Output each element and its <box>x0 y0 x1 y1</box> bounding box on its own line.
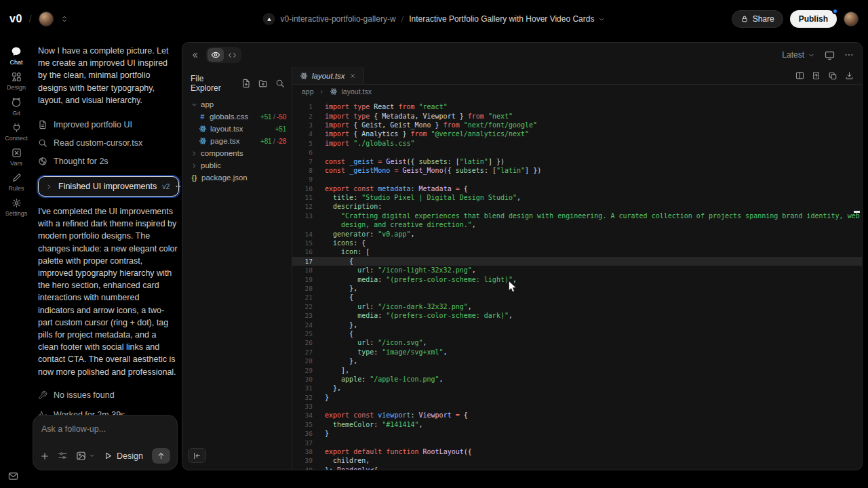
react-file-icon <box>300 72 308 80</box>
code-line: 20 }, <box>292 284 862 293</box>
close-tab-button[interactable] <box>349 73 356 79</box>
search-files-button[interactable] <box>275 79 285 88</box>
code-line: 35 themeColor: "#141414", <box>292 420 862 429</box>
v0-logo: v0 <box>9 13 22 25</box>
tree-item-globals-css[interactable]: #globals.css+51 / -50 <box>182 110 292 123</box>
tree-item-package-json[interactable]: {}package.json <box>182 171 292 184</box>
code-line: 2import type { Metadata, Viewport } from… <box>292 111 862 120</box>
sidebar-item-settings[interactable]: Settings <box>0 198 33 217</box>
team-switcher-icon[interactable] <box>60 15 68 23</box>
code-line: 33 <box>292 402 862 411</box>
tree-item-app[interactable]: app <box>182 98 292 110</box>
status-issues[interactable]: No issues found <box>38 388 178 402</box>
panel-more-button[interactable] <box>844 50 854 60</box>
download-button[interactable] <box>845 71 854 80</box>
task-card-label: Finished UI improvements <box>58 182 157 191</box>
open-preview-window-button[interactable] <box>825 50 835 60</box>
publish-button[interactable]: Publish <box>790 10 837 28</box>
collapse-panel-button[interactable] <box>191 51 199 60</box>
code-toggle[interactable] <box>224 48 240 62</box>
followup-input[interactable] <box>41 424 169 434</box>
sidebar-item-connect[interactable]: Connect <box>0 123 33 142</box>
feedback-mail-icon[interactable] <box>8 471 18 481</box>
brain-icon <box>38 157 47 166</box>
code-line: 34export const viewport: Viewport = { <box>292 411 862 420</box>
lock-icon <box>741 15 749 23</box>
new-file-button[interactable] <box>241 79 251 88</box>
sidebar-item-chat[interactable]: Chat <box>0 46 33 66</box>
code-area[interactable]: 1import type React from "react"2import t… <box>292 98 862 470</box>
image-mode-button[interactable] <box>76 451 96 461</box>
workspace-panel: Latest File Explorer app#globals.css+51 … <box>182 42 863 470</box>
top-bar: v0 / v0-interactive-portfolio-gallery-w … <box>0 0 868 38</box>
breadcrumb-chat[interactable]: Interactive Portfolio Gallery with Hover… <box>409 14 605 24</box>
design-mode-button[interactable]: Design <box>104 451 143 461</box>
breadcrumb-project[interactable]: v0-interactive-portfolio-gallery-w <box>281 14 396 24</box>
code-line: 21 { <box>292 293 862 302</box>
open-file-button[interactable] <box>812 71 821 80</box>
tab-layout-tsx[interactable]: layout.tsx <box>292 67 364 84</box>
code-line: 7const _geist = Geist({ subsets: ["latin… <box>292 157 862 165</box>
tree-item-components[interactable]: components <box>182 147 292 159</box>
code-line: 29 ], <box>292 365 862 374</box>
editor-breadcrumb[interactable]: app layout.tsx <box>292 85 862 98</box>
tree-item-public[interactable]: public <box>182 159 292 171</box>
share-button[interactable]: Share <box>732 10 783 28</box>
image-icon <box>76 451 86 461</box>
assistant-message: Now I have a complete picture. Let me cr… <box>38 45 178 106</box>
new-folder-button[interactable] <box>258 79 268 88</box>
code-line: 11 title: "Studio Pixel | Digital Design… <box>292 193 862 202</box>
team-avatar[interactable] <box>39 12 54 26</box>
json-file-icon: {} <box>191 174 198 182</box>
version-selector[interactable]: Latest <box>782 50 815 60</box>
sidebar-item-design[interactable]: Design <box>0 72 33 91</box>
notification-dot <box>832 8 838 14</box>
chat-icon <box>11 46 22 57</box>
chevron-right-icon <box>191 162 198 169</box>
version-badge: v2 <box>162 182 170 190</box>
chevron-down-icon <box>808 52 815 59</box>
sidebar-item-vars[interactable]: Vars <box>0 148 33 167</box>
code-line: 22 url: "/icon-dark-32x32.png", <box>292 302 862 311</box>
code-line: 30 apple: "/apple-icon.png", <box>292 375 862 384</box>
copy-code-button[interactable] <box>828 71 837 81</box>
task-card-finished-ui-improvements[interactable]: Finished UI improvements v2 <box>38 176 179 197</box>
agent-step[interactable]: Read custom-cursor.tsx <box>38 134 178 152</box>
chat-panel: Now I have a complete picture. Let me cr… <box>33 38 182 488</box>
code-line: 23 media: "(prefers-color-scheme: dark)"… <box>292 311 862 320</box>
followup-composer[interactable]: Design <box>33 415 178 470</box>
user-avatar[interactable] <box>844 12 859 26</box>
add-attachment-button[interactable] <box>40 451 50 461</box>
design-icon <box>12 72 22 82</box>
code-line: 5import "./globals.css" <box>292 139 862 148</box>
search-icon <box>38 138 47 148</box>
code-line: design, and creative direction.", <box>292 220 862 229</box>
tree-item-layout-tsx[interactable]: layout.tsx+51 <box>182 123 292 135</box>
code-line: 12 description: <box>292 202 862 211</box>
agent-step[interactable]: Thought for 2s <box>38 152 178 170</box>
code-line: 3import { Geist, Geist_Mono } from "next… <box>292 121 862 129</box>
send-button[interactable] <box>152 448 170 464</box>
tree-item-page-tsx[interactable]: page.tsx+81 / -28 <box>182 135 292 147</box>
preview-toggle-eye[interactable] <box>208 48 224 62</box>
settings-sliders-button[interactable] <box>58 451 68 461</box>
sidebar-item-git[interactable]: Git <box>0 97 33 117</box>
code-line: 1import type React from "react" <box>292 102 862 111</box>
chevron-down-icon <box>191 101 198 108</box>
agent-step[interactable]: Improved portfolio UI <box>38 115 178 134</box>
code-line: 15 icons: { <box>292 239 862 247</box>
sidebar-item-rules[interactable]: Rules <box>0 173 33 192</box>
split-editor-button[interactable] <box>795 71 804 80</box>
css-file-icon: # <box>199 113 206 121</box>
react-file-icon <box>330 87 338 96</box>
vercel-project-icon[interactable] <box>263 13 275 25</box>
settings-icon <box>12 198 22 208</box>
code-line: 9 <box>292 175 862 184</box>
file-explorer-title: File Explorer <box>191 74 234 93</box>
collapse-explorer-button[interactable] <box>188 448 206 463</box>
code-line: 13 "Crafting digital experiences that bl… <box>292 211 862 220</box>
file-explorer: File Explorer app#globals.css+51 / -50la… <box>182 67 292 470</box>
code-line: 26 url: "/icon.svg", <box>292 338 862 347</box>
code-line: 31 }, <box>292 384 862 392</box>
assistant-message: I've completed the UI improvements with … <box>38 205 178 378</box>
